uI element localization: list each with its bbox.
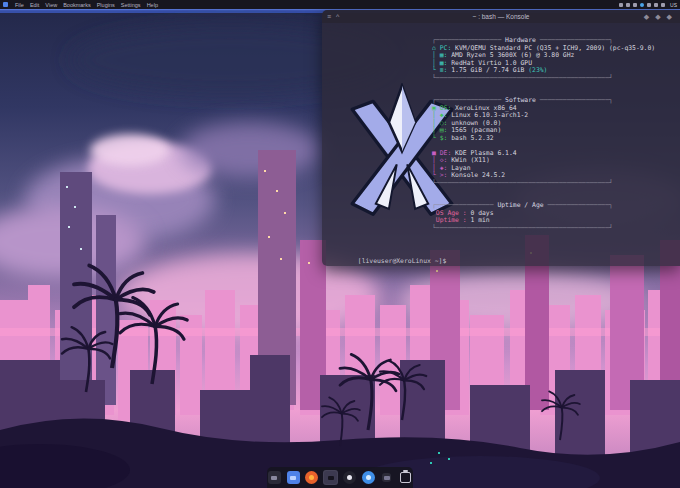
fastfetch-output: ┌───────────────── Hardware ────────────… bbox=[432, 37, 655, 232]
window-buttons: ◆◆◆ bbox=[644, 10, 672, 23]
terminal-line bbox=[432, 187, 655, 195]
maximize-button[interactable]: ◆ bbox=[655, 13, 660, 20]
hamburger-menu-icon[interactable]: ≡ bbox=[327, 13, 331, 20]
terminal-body[interactable]: ┌───────────────── Hardware ────────────… bbox=[322, 23, 680, 266]
global-menu: FileEditViewBookmarksPluginsSettingsHelp bbox=[12, 2, 161, 8]
konsole-icon[interactable] bbox=[323, 470, 338, 485]
terminal-line: └───────────────────────────────────────… bbox=[432, 75, 655, 83]
notification-icon[interactable] bbox=[640, 3, 644, 7]
shell-prompt[interactable]: [liveuser@XeroLinux ~]$ bbox=[327, 249, 446, 266]
window-title: ~ : bash — Konsole bbox=[473, 13, 530, 20]
close-button[interactable]: ◆ bbox=[667, 13, 672, 20]
titlebar[interactable]: ≡ ^ ~ : bash — Konsole ◆◆◆ bbox=[322, 10, 680, 23]
network-icon[interactable] bbox=[626, 3, 630, 7]
terminal-line: └ $: bash 5.2.32 bbox=[432, 135, 655, 143]
firedragon-icon[interactable] bbox=[305, 470, 320, 485]
trash-icon[interactable] bbox=[398, 470, 413, 485]
konsole-app-icon[interactable] bbox=[3, 2, 8, 7]
file-manager-icon[interactable] bbox=[286, 470, 301, 485]
app-launcher-icon[interactable] bbox=[267, 470, 282, 485]
menu-item-file[interactable]: File bbox=[15, 2, 24, 8]
terminal-line bbox=[432, 82, 655, 90]
menu-item-plugins[interactable]: Plugins bbox=[97, 2, 115, 8]
small-app-icon[interactable] bbox=[380, 470, 395, 485]
menu-item-bookmarks[interactable]: Bookmarks bbox=[63, 2, 91, 8]
dock bbox=[267, 467, 413, 488]
desktop: FileEditViewBookmarksPluginsSettingsHelp… bbox=[0, 0, 680, 488]
clipboard-icon[interactable] bbox=[647, 3, 651, 7]
dark-round-app-icon[interactable] bbox=[342, 470, 357, 485]
scroll-up-icon[interactable]: ^ bbox=[336, 13, 339, 20]
menu-item-settings[interactable]: Settings bbox=[121, 2, 141, 8]
bluetooth-icon[interactable] bbox=[633, 3, 637, 7]
blue-globe-app-icon[interactable] bbox=[361, 470, 376, 485]
keyboard-layout-indicator[interactable]: US bbox=[670, 2, 677, 8]
menu-item-help[interactable]: Help bbox=[147, 2, 158, 8]
menu-item-edit[interactable]: Edit bbox=[30, 2, 39, 8]
system-tray: US bbox=[619, 2, 677, 8]
konsole-window: ≡ ^ ~ : bash — Konsole ◆◆◆ ┌────────────… bbox=[322, 10, 680, 266]
top-panel: FileEditViewBookmarksPluginsSettingsHelp… bbox=[0, 0, 680, 9]
prompt-text: [liveuser@XeroLinux ~]$ bbox=[358, 257, 447, 265]
menu-item-view[interactable]: View bbox=[45, 2, 57, 8]
volume-icon[interactable] bbox=[619, 3, 623, 7]
terminal-line: └───────────────────────────────────────… bbox=[432, 225, 655, 233]
updates-icon[interactable] bbox=[654, 3, 658, 7]
text-cursor bbox=[361, 266, 365, 267]
terminal-line: └───────────────────────────────────────… bbox=[432, 180, 655, 188]
minimize-button[interactable]: ◆ bbox=[644, 13, 649, 20]
battery-icon[interactable] bbox=[661, 3, 665, 7]
